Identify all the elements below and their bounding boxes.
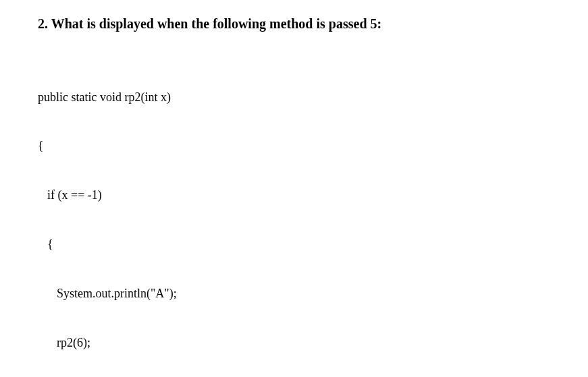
code-line: {	[38, 138, 550, 154]
code-line: public static void rp2(int x)	[38, 89, 550, 105]
question-text: 2. What is displayed when the following …	[38, 16, 550, 32]
code-line: rp2(6);	[38, 335, 550, 351]
code-line: if (x == -1)	[38, 187, 550, 203]
code-block: public static void rp2(int x) { if (x ==…	[38, 56, 550, 377]
code-line: {	[38, 236, 550, 252]
code-line: System.out.println("A");	[38, 285, 550, 301]
